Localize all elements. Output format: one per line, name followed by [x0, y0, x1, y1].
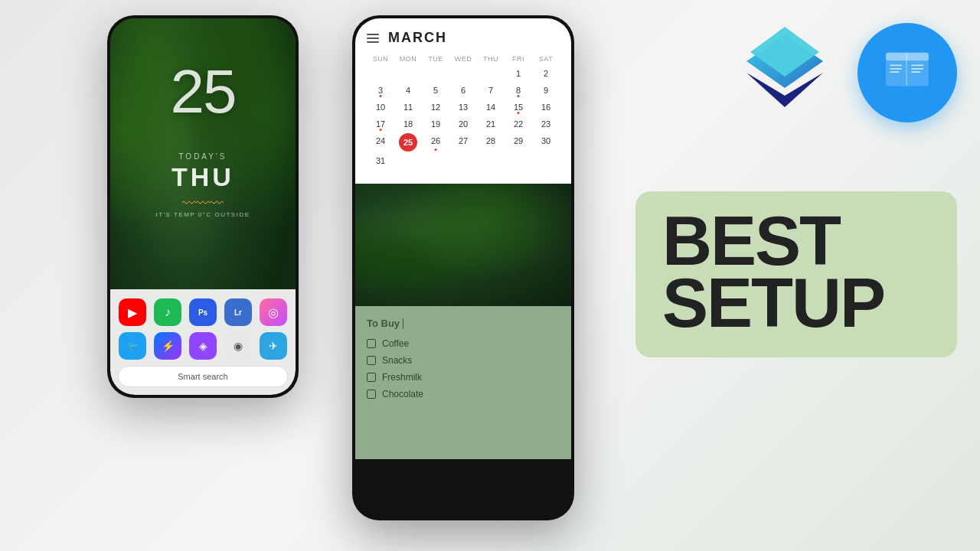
calendar-month: MARCH: [388, 30, 447, 46]
cal-cell[interactable]: [532, 153, 560, 168]
cal-cell-22[interactable]: 22: [505, 116, 532, 132]
cal-cell[interactable]: [477, 153, 505, 168]
cal-cell-5[interactable]: 5: [422, 83, 449, 98]
svg-rect-7: [890, 68, 902, 70]
cal-cell-27[interactable]: 27: [449, 133, 477, 152]
checkbox-coffee[interactable]: [367, 339, 376, 348]
checkbox-freshmilk[interactable]: [367, 373, 376, 382]
sketchbook-icon[interactable]: [735, 23, 835, 122]
app-messenger-icon[interactable]: ⚡: [154, 332, 181, 360]
cal-cell-24[interactable]: 24: [367, 133, 394, 152]
cal-cell[interactable]: [505, 153, 532, 168]
cal-cell-3[interactable]: 3: [367, 83, 394, 98]
cal-cell-4[interactable]: 4: [394, 83, 422, 98]
notes-section: To Buy Coffee Snacks Freshmilk Chocolate: [355, 306, 571, 459]
day-mon: MON: [394, 55, 422, 63]
cal-cell-14[interactable]: 14: [477, 99, 505, 115]
cal-cell-31[interactable]: 31: [367, 153, 394, 168]
wave-icon: 〰〰〰: [182, 196, 224, 212]
cal-cell[interactable]: [449, 66, 477, 81]
note-item-freshmilk[interactable]: Freshmilk: [367, 372, 560, 383]
day-thu: THU: [477, 55, 505, 63]
checkbox-chocolate[interactable]: [367, 390, 376, 399]
app-youtube-icon[interactable]: ▶: [119, 298, 146, 326]
svg-rect-8: [890, 71, 899, 73]
app-qsearch-icon[interactable]: ◉: [224, 332, 252, 360]
cal-cell-9[interactable]: 9: [532, 83, 560, 98]
cal-cell-29[interactable]: 29: [505, 133, 532, 152]
app-lightroom-icon[interactable]: Lr: [224, 298, 252, 326]
day-fri: FRI: [505, 55, 532, 63]
date-number: 25: [110, 57, 296, 127]
notes-title-text: To Buy: [367, 318, 400, 329]
svg-rect-5: [906, 53, 907, 86]
cal-cell-13[interactable]: 13: [449, 99, 477, 115]
cal-cell[interactable]: [394, 66, 422, 81]
menu-icon[interactable]: [367, 34, 379, 43]
cal-cell-7[interactable]: 7: [477, 83, 505, 98]
day-sat: SAT: [532, 55, 560, 63]
cal-cell-19[interactable]: 19: [422, 116, 449, 132]
smart-search-bar[interactable]: Smart search: [118, 366, 288, 387]
best-setup-container: BEST SETUP: [635, 191, 957, 357]
text-cursor: [403, 318, 403, 329]
app-camera-icon[interactable]: ◎: [260, 298, 287, 326]
nature-section: [355, 184, 571, 306]
day-sun: SUN: [367, 55, 394, 63]
cal-cell-2[interactable]: 2: [532, 66, 560, 81]
app-telegram-icon[interactable]: ✈: [260, 332, 287, 360]
readera-icon[interactable]: [858, 23, 957, 122]
cal-cell[interactable]: [422, 153, 449, 168]
app-photoshop-icon[interactable]: Ps: [189, 298, 217, 326]
note-text-chocolate: Chocolate: [382, 389, 423, 399]
app-twitch-icon[interactable]: ◈: [189, 332, 217, 360]
note-text-snacks: Snacks: [382, 355, 412, 366]
bottom-dock: ▶ ♪ Ps Lr ◎ 🐦 ⚡ ◈ ◉ ✈ Smart search: [110, 289, 296, 395]
svg-rect-10: [911, 68, 923, 70]
cal-cell-28[interactable]: 28: [477, 133, 505, 152]
setup-text: SETUP: [662, 272, 930, 334]
app-spotify-icon[interactable]: ♪: [154, 298, 181, 326]
cal-cell-21[interactable]: 21: [477, 116, 505, 132]
cal-cell-17[interactable]: 17: [367, 116, 394, 132]
app-twitter-icon[interactable]: 🐦: [119, 332, 146, 360]
right-icons-area: [735, 23, 957, 122]
notes-title: To Buy: [367, 318, 560, 329]
cal-cell[interactable]: [422, 66, 449, 81]
app-grid-row1: ▶ ♪ Ps Lr ◎: [118, 298, 288, 326]
note-item-coffee[interactable]: Coffee: [367, 338, 560, 349]
weather-text: IT'S TEMP 0°C OUTSIDE: [110, 211, 296, 218]
note-text-coffee: Coffee: [382, 338, 409, 349]
cal-cell[interactable]: [449, 153, 477, 168]
note-item-chocolate[interactable]: Chocolate: [367, 389, 560, 399]
cal-cell-20[interactable]: 20: [449, 116, 477, 132]
phone-right-screen: MARCH SUN MON TUE WED THU FRI SAT 1 2: [355, 18, 571, 517]
cal-cell[interactable]: [367, 66, 394, 81]
day-display: THU: [110, 162, 296, 192]
cal-cell-6[interactable]: 6: [449, 83, 477, 98]
checkbox-snacks[interactable]: [367, 356, 376, 365]
cal-cell-25-today[interactable]: 25: [399, 133, 417, 152]
today-label: TODAY'S: [110, 152, 296, 161]
calendar-day-headers: SUN MON TUE WED THU FRI SAT: [367, 55, 560, 63]
svg-rect-11: [911, 71, 920, 73]
cal-cell-30[interactable]: 30: [532, 133, 560, 152]
cal-cell-1[interactable]: 1: [505, 66, 532, 81]
cal-cell-16[interactable]: 16: [532, 99, 560, 115]
calendar-grid: 1 2 3 4 5 6 7 8 9 10 11 12 13 14 15 16 1…: [367, 66, 560, 168]
cal-cell-8[interactable]: 8: [505, 83, 532, 98]
cal-cell-15[interactable]: 15: [505, 99, 532, 115]
day-tue: TUE: [422, 55, 449, 63]
phone-left-screen: 25 TODAY'S THU 〰〰〰 IT'S TEMP 0°C OUTSIDE…: [110, 18, 296, 395]
cal-cell-23[interactable]: 23: [532, 116, 560, 132]
cal-cell-12[interactable]: 12: [422, 99, 449, 115]
svg-rect-9: [911, 65, 923, 67]
cal-cell[interactable]: [477, 66, 505, 81]
cal-cell-10[interactable]: 10: [367, 99, 394, 115]
phone-left: 25 TODAY'S THU 〰〰〰 IT'S TEMP 0°C OUTSIDE…: [107, 15, 299, 398]
cal-cell-11[interactable]: 11: [394, 99, 422, 115]
cal-cell-26[interactable]: 26: [422, 133, 449, 152]
cal-cell[interactable]: [394, 153, 422, 168]
cal-cell-18[interactable]: 18: [394, 116, 422, 132]
note-item-snacks[interactable]: Snacks: [367, 355, 560, 366]
